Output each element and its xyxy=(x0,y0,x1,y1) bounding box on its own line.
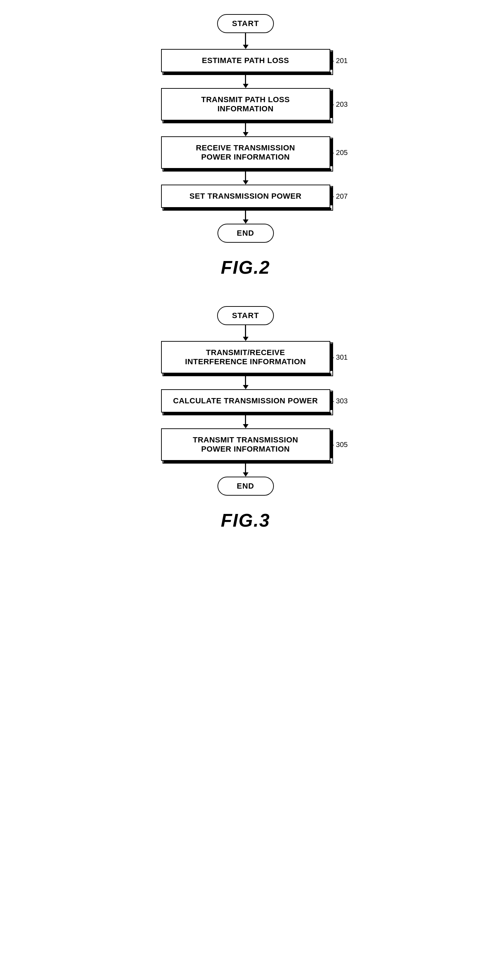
step-303-text: CALCULATE TRANSMISSION POWER xyxy=(173,396,318,405)
end-terminal-fig2: END xyxy=(217,224,274,243)
arrow-line xyxy=(245,325,246,337)
start-terminal-fig3: START xyxy=(217,306,274,325)
step-203-text: TRANSMIT PATH LOSSINFORMATION xyxy=(201,95,290,113)
step-207-text: SET TRANSMISSION POWER xyxy=(190,192,302,200)
step-305-shadow: TRANSMIT TRANSMISSIONPOWER INFORMATION xyxy=(161,428,330,461)
fig2-label: FIG.2 xyxy=(221,257,270,278)
arrow-head xyxy=(243,424,249,428)
figure-3: START TRANSMIT/RECEIVEINTERFERENCE INFOR… xyxy=(122,306,369,531)
step-305-text: TRANSMIT TRANSMISSIONPOWER INFORMATION xyxy=(193,435,298,453)
main-container: START ESTIMATE PATH LOSS — 201 xyxy=(0,14,491,559)
step-205-text: RECEIVE TRANSMISSIONPOWER INFORMATION xyxy=(196,143,295,161)
arrow-line xyxy=(245,33,246,45)
figure-2: START ESTIMATE PATH LOSS — 201 xyxy=(122,14,369,278)
start-label-fig2: START xyxy=(232,19,259,28)
fig3-label: FIG.3 xyxy=(221,510,270,531)
step-207-box: SET TRANSMISSION POWER xyxy=(161,185,330,208)
arrow-head xyxy=(243,337,249,341)
step-301-text: TRANSMIT/RECEIVEINTERFERENCE INFORMATION xyxy=(185,348,306,366)
start-terminal-fig2: START xyxy=(217,14,274,33)
step-205-box: RECEIVE TRANSMISSIONPOWER INFORMATION xyxy=(161,136,330,169)
step-301-wrapper: TRANSMIT/RECEIVEINTERFERENCE INFORMATION… xyxy=(122,341,369,374)
arrow-head xyxy=(243,45,249,49)
step-205-wrapper: RECEIVE TRANSMISSIONPOWER INFORMATION — … xyxy=(122,136,369,169)
step-303-wrapper: CALCULATE TRANSMISSION POWER — 303 xyxy=(122,389,369,412)
step-201-wrapper: ESTIMATE PATH LOSS — 201 xyxy=(122,49,369,72)
step-201-text: ESTIMATE PATH LOSS xyxy=(202,56,289,65)
step-301-box: TRANSMIT/RECEIVEINTERFERENCE INFORMATION xyxy=(161,341,330,374)
step-207-shadow: SET TRANSMISSION POWER xyxy=(161,185,330,208)
arrow-head xyxy=(243,180,249,185)
step-303-shadow: CALCULATE TRANSMISSION POWER xyxy=(161,389,330,412)
step-201-box: ESTIMATE PATH LOSS xyxy=(161,49,330,72)
start-label-fig3: START xyxy=(232,311,259,320)
flowchart-2: START ESTIMATE PATH LOSS — 201 xyxy=(122,14,369,243)
arrow-head xyxy=(243,220,249,224)
end-label-fig2: END xyxy=(237,229,254,237)
step-201-shadow: ESTIMATE PATH LOSS xyxy=(161,49,330,72)
flowchart-3: START TRANSMIT/RECEIVEINTERFERENCE INFOR… xyxy=(122,306,369,496)
step-301-shadow: TRANSMIT/RECEIVEINTERFERENCE INFORMATION xyxy=(161,341,330,374)
arrow-fig2-0 xyxy=(243,33,249,49)
step-305-wrapper: TRANSMIT TRANSMISSIONPOWER INFORMATION —… xyxy=(122,428,369,461)
arrow-head xyxy=(243,473,249,477)
step-203-box: TRANSMIT PATH LOSSINFORMATION xyxy=(161,88,330,121)
arrow-head xyxy=(243,132,249,136)
end-terminal-fig3: END xyxy=(217,477,274,496)
step-205-shadow: RECEIVE TRANSMISSIONPOWER INFORMATION xyxy=(161,136,330,169)
arrow-head xyxy=(243,385,249,389)
step-303-box: CALCULATE TRANSMISSION POWER xyxy=(161,389,330,412)
step-305-box: TRANSMIT TRANSMISSIONPOWER INFORMATION xyxy=(161,428,330,461)
step-203-shadow: TRANSMIT PATH LOSSINFORMATION xyxy=(161,88,330,121)
step-207-wrapper: SET TRANSMISSION POWER — 207 xyxy=(122,185,369,208)
arrow-head xyxy=(243,84,249,88)
step-203-wrapper: TRANSMIT PATH LOSSINFORMATION — 203 xyxy=(122,88,369,121)
end-label-fig3: END xyxy=(237,482,254,490)
arrow-fig3-0 xyxy=(243,325,249,341)
